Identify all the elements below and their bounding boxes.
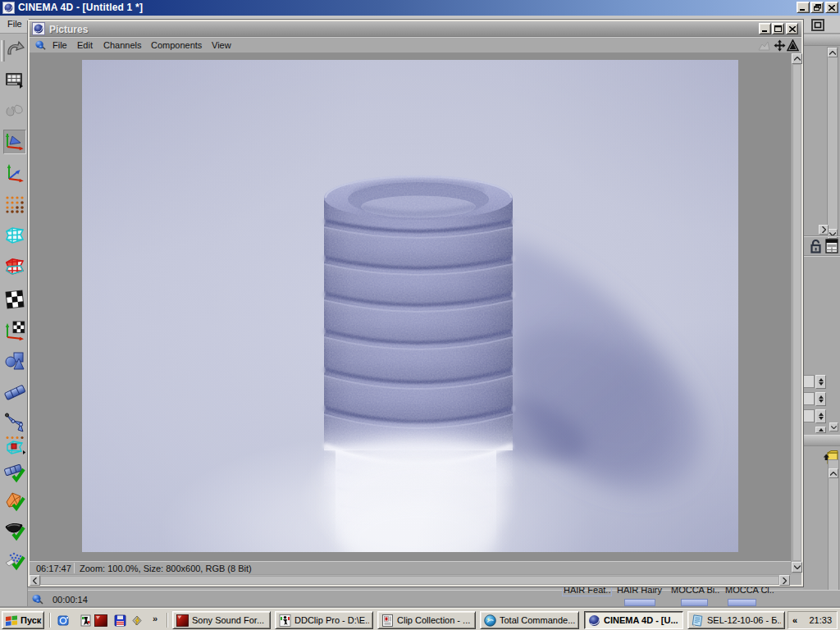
scroll-up-icon[interactable] xyxy=(792,53,802,64)
quick-launch-overflow-chevron[interactable]: » xyxy=(153,614,158,623)
pictures-vertical-scrollbar[interactable] xyxy=(791,53,801,573)
scroll-down-icon[interactable] xyxy=(829,422,838,431)
pictures-window-title: Pictures xyxy=(49,24,88,35)
coordinate-field[interactable] xyxy=(803,409,815,422)
object-manager-scrollbar[interactable] xyxy=(827,47,838,240)
points-mode-icon[interactable] xyxy=(3,192,26,217)
task-cinema4d[interactable]: CINEMA 4D - [U... xyxy=(584,611,683,629)
spinner-x[interactable] xyxy=(815,375,826,389)
axis-icon[interactable] xyxy=(3,161,26,185)
pictures-horizontal-scrollbar[interactable] xyxy=(30,574,791,585)
flash-tool-icon[interactable] xyxy=(130,614,144,627)
main-window-titlebar[interactable]: CINEMA 4D - [Untitled 1 *] xyxy=(0,0,840,16)
model-mode-icon[interactable] xyxy=(3,349,26,373)
scroll-right-icon[interactable] xyxy=(779,575,790,586)
main-close-button[interactable] xyxy=(825,2,838,13)
start-button[interactable]: Пуск xyxy=(2,611,44,629)
clip-collection-task-icon xyxy=(381,614,394,627)
coordinate-field[interactable] xyxy=(803,392,815,405)
main-restore-button[interactable] xyxy=(810,2,824,13)
gamut-warning-icon[interactable] xyxy=(787,39,799,52)
minimize-icon xyxy=(800,5,806,11)
close-icon xyxy=(789,26,796,32)
enable-deformers-icon[interactable] xyxy=(3,460,26,485)
coordinate-field[interactable] xyxy=(803,375,815,388)
taskbar-separator xyxy=(167,613,168,628)
copy-disabled-icon[interactable] xyxy=(3,99,26,124)
pictures-close-button[interactable] xyxy=(786,23,798,34)
task-label: Sony Sound For... xyxy=(192,615,264,625)
pictures-viewport[interactable] xyxy=(30,53,801,561)
pictures-menu-file[interactable]: File xyxy=(52,40,67,50)
soundforge-icon[interactable] xyxy=(94,614,107,627)
material-panel-header xyxy=(803,435,840,446)
calendar-icon[interactable] xyxy=(825,239,838,253)
texture-axis-mode-icon[interactable] xyxy=(3,318,26,343)
polygons-mode-icon[interactable] xyxy=(3,254,26,279)
enable-generators-icon[interactable] xyxy=(3,489,26,514)
task-label: CINEMA 4D - [U... xyxy=(604,615,678,625)
undo-icon[interactable] xyxy=(3,36,26,61)
cinema4d-app-icon[interactable] xyxy=(2,2,15,14)
pan-icon[interactable] xyxy=(774,39,786,52)
pictures-minimize-button[interactable] xyxy=(759,23,771,34)
text-document-task-icon xyxy=(692,614,704,627)
media-app-icon[interactable] xyxy=(79,614,92,627)
snap-settings-icon[interactable] xyxy=(3,433,26,458)
internet-shortcut-icon[interactable] xyxy=(57,614,70,627)
main-menu-file[interactable]: File xyxy=(7,19,22,29)
histogram-disabled-icon[interactable] xyxy=(758,39,770,52)
cinema4d-sphere-icon xyxy=(4,3,13,12)
pictures-menu-view[interactable]: View xyxy=(212,40,231,50)
task-sel-document[interactable]: SEL-12-10-06 - Б... xyxy=(687,611,785,629)
scroll-up-icon[interactable] xyxy=(829,468,838,478)
cinema4d-task-icon xyxy=(588,614,600,627)
palette-icon-peek xyxy=(624,599,655,606)
enable-particles-icon[interactable] xyxy=(3,548,26,573)
scrollbar-corner xyxy=(791,574,801,585)
scrollbar-track[interactable] xyxy=(792,64,801,561)
pictures-menu-channels[interactable]: Channels xyxy=(103,40,141,50)
pictures-titlebar[interactable]: Pictures xyxy=(30,21,801,37)
pictures-maximize-button[interactable] xyxy=(772,23,784,34)
edges-mode-icon[interactable] xyxy=(3,223,26,248)
render-clock-label: 06:17:47 xyxy=(36,564,71,573)
spinner-z[interactable] xyxy=(815,409,826,423)
pictures-menu-edit[interactable]: Edit xyxy=(77,40,93,50)
lock-icon[interactable] xyxy=(810,239,822,253)
scroll-up-icon[interactable] xyxy=(828,48,838,57)
total-commander-task-icon xyxy=(484,614,496,627)
object-axis-mode-icon[interactable] xyxy=(3,380,26,404)
spinner-y[interactable] xyxy=(815,392,826,406)
render-settings-icon[interactable] xyxy=(3,68,26,93)
right-panel-sliver xyxy=(803,16,840,608)
save-disk-icon[interactable] xyxy=(113,614,126,627)
coordinates-selected-icon[interactable] xyxy=(3,130,26,154)
enable-surfaces-icon[interactable] xyxy=(3,518,26,543)
scroll-right-icon[interactable] xyxy=(819,225,829,235)
spinner-partial[interactable] xyxy=(815,427,826,433)
bones-mode-icon[interactable] xyxy=(3,410,26,435)
taskbar-separator xyxy=(49,613,51,628)
main-minimize-button[interactable] xyxy=(797,2,810,13)
texture-mode-icon[interactable] xyxy=(3,287,26,312)
task-clip-collection[interactable]: Clip Collection - ... xyxy=(377,611,476,629)
zoom-size-label: Zoom: 100.0%, Size: 800x600, RGB (8 Bit) xyxy=(80,564,252,573)
pin-icon[interactable] xyxy=(31,594,44,605)
material-scrollbar[interactable] xyxy=(828,459,839,608)
soundforge-task-icon xyxy=(176,614,189,627)
palette-icon-peek xyxy=(728,599,756,606)
scroll-left-icon[interactable] xyxy=(30,575,40,586)
rendered-image xyxy=(82,60,738,552)
pictures-menu-components[interactable]: Components xyxy=(151,40,202,50)
tray-collapse-chevron[interactable]: « xyxy=(792,615,797,625)
right-panel-header xyxy=(803,34,840,46)
task-total-commander[interactable]: Total Commande... xyxy=(480,611,579,629)
scrollbar-track[interactable] xyxy=(40,576,779,585)
scroll-down-icon[interactable] xyxy=(828,229,838,239)
frame-layout-icon[interactable] xyxy=(810,18,825,32)
task-sony-sound-forge[interactable]: Sony Sound For... xyxy=(172,611,271,629)
scroll-down-icon[interactable] xyxy=(792,562,802,573)
pin-icon[interactable] xyxy=(34,39,47,52)
task-ddclip-pro[interactable]: DDClip Pro - D:\E... xyxy=(275,611,373,629)
